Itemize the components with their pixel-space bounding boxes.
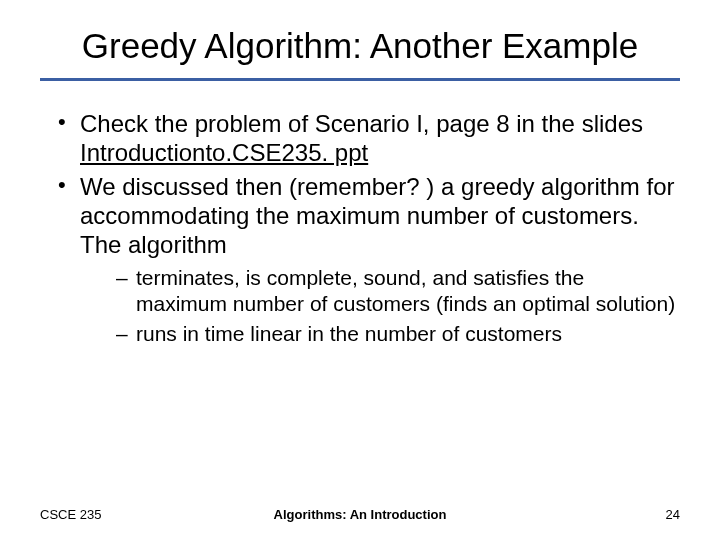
link-text[interactable]: Introductionto.CSE235. ppt bbox=[80, 139, 368, 166]
slide-number: 24 bbox=[666, 507, 680, 522]
footer-center: Algorithms: An Introduction bbox=[274, 507, 447, 522]
bullet-item: We discussed then (remember? ) a greedy … bbox=[52, 172, 680, 347]
sub-bullet-list: terminates, is complete, sound, and sati… bbox=[80, 265, 680, 346]
footer: CSCE 235 Algorithms: An Introduction 24 bbox=[0, 507, 720, 522]
slide: Greedy Algorithm: Another Example Check … bbox=[0, 0, 720, 540]
title-rule bbox=[40, 78, 680, 81]
bullet-list: Check the problem of Scenario I, page 8 … bbox=[52, 109, 680, 346]
slide-title: Greedy Algorithm: Another Example bbox=[40, 18, 680, 78]
slide-content: Check the problem of Scenario I, page 8 … bbox=[40, 109, 680, 346]
sub-bullet-item: runs in time linear in the number of cus… bbox=[112, 321, 680, 347]
bullet-text: We discussed then (remember? ) a greedy … bbox=[80, 173, 674, 259]
footer-left: CSCE 235 bbox=[40, 507, 101, 522]
bullet-text: Check the problem of Scenario I, page 8 … bbox=[80, 110, 643, 137]
sub-bullet-item: terminates, is complete, sound, and sati… bbox=[112, 265, 680, 316]
bullet-item: Check the problem of Scenario I, page 8 … bbox=[52, 109, 680, 168]
